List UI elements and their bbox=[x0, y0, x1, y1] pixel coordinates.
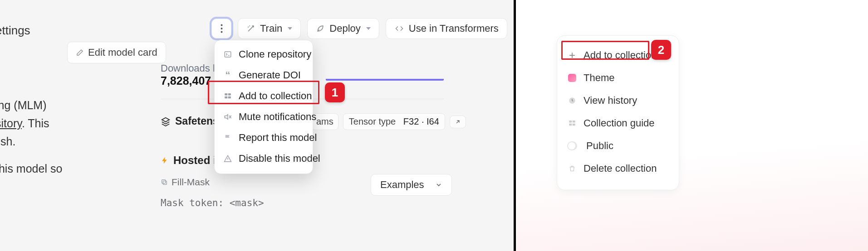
quote-icon: “ bbox=[223, 70, 233, 80]
pipeline-tag[interactable]: Fill-Mask bbox=[161, 177, 210, 188]
theme-action[interactable]: Theme bbox=[563, 67, 673, 89]
plus-icon: + bbox=[567, 50, 577, 60]
use-in-label: Use in Transformers bbox=[409, 23, 499, 34]
deploy-label: Deploy bbox=[329, 23, 360, 34]
svg-point-1 bbox=[221, 28, 222, 29]
menu-item-label: Disable this model bbox=[239, 153, 320, 164]
trash-icon bbox=[567, 164, 577, 174]
step-badge-1: 1 bbox=[325, 82, 345, 102]
deploy-button[interactable]: Deploy bbox=[307, 18, 379, 39]
view-history-action[interactable]: View history bbox=[563, 89, 673, 112]
mask-token-text: Mask token: <mask> bbox=[161, 198, 264, 208]
delete-collection-action[interactable]: Delete collection bbox=[563, 157, 673, 180]
theme-swatch-icon bbox=[567, 73, 577, 83]
svg-rect-3 bbox=[225, 52, 231, 57]
expand-pill[interactable] bbox=[450, 116, 466, 128]
public-toggle-row[interactable]: Public bbox=[563, 135, 673, 157]
copy-icon bbox=[161, 179, 168, 186]
train-label: Train bbox=[260, 23, 282, 34]
description-fragment: this model so bbox=[0, 162, 62, 175]
svg-rect-11 bbox=[569, 121, 572, 123]
wand-icon bbox=[246, 24, 255, 33]
caret-down-icon bbox=[288, 27, 292, 30]
menu-item-label: Collection guide bbox=[584, 117, 655, 129]
collection-guide-action[interactable]: Collection guide bbox=[563, 112, 673, 135]
svg-rect-5 bbox=[228, 93, 231, 96]
caret-down-icon bbox=[366, 27, 371, 30]
collection-menu-screenshot: + Add to collection Theme View history C… bbox=[516, 0, 868, 251]
description-fragment: lish. bbox=[0, 135, 15, 148]
clone-repository-item[interactable]: Clone repository bbox=[215, 44, 313, 65]
hosted-inference-title: Hosted in bbox=[161, 154, 223, 167]
edit-model-card-button[interactable]: Edit model card bbox=[67, 42, 166, 63]
chevron-down-icon bbox=[435, 181, 442, 188]
svg-rect-4 bbox=[225, 93, 227, 96]
menu-item-label: Theme bbox=[584, 72, 614, 84]
menu-item-label: View history bbox=[584, 95, 637, 106]
svg-rect-6 bbox=[225, 97, 227, 99]
bolt-icon bbox=[161, 155, 169, 165]
tensor-type-value: F32 · I64 bbox=[403, 116, 439, 126]
fill-mask-label: Fill-Mask bbox=[172, 177, 210, 188]
terminal-icon bbox=[223, 49, 233, 59]
top-action-row: Train Deploy Use in Transformers bbox=[211, 18, 507, 39]
tensor-pill-row: ams Tensor type F32 · I64 bbox=[311, 113, 466, 130]
downloads-value: 7,828,407 bbox=[161, 74, 211, 87]
menu-item-label: Add to collection bbox=[584, 49, 657, 61]
disable-model-item[interactable]: Disable this model bbox=[215, 148, 313, 169]
code-icon bbox=[394, 24, 404, 33]
report-model-item[interactable]: Report this model bbox=[215, 127, 313, 148]
tab-settings-cut[interactable]: ettings bbox=[0, 24, 30, 38]
rocket-icon bbox=[316, 24, 325, 33]
menu-item-label: Public bbox=[586, 140, 613, 152]
tensor-type-label: Tensor type bbox=[349, 116, 396, 126]
menu-item-label: Generate DOI bbox=[239, 69, 301, 81]
description-fragment: sitory. This bbox=[0, 117, 49, 130]
menu-item-label: Clone repository bbox=[239, 48, 311, 60]
menu-item-label: Report this model bbox=[239, 132, 317, 144]
mute-notifications-item[interactable]: Mute notifications bbox=[215, 106, 313, 127]
step-badge-2: 2 bbox=[651, 40, 671, 60]
svg-rect-13 bbox=[569, 124, 572, 126]
add-to-collection-item[interactable]: Add to collection bbox=[215, 86, 313, 106]
layers-icon bbox=[161, 116, 171, 126]
more-menu-button[interactable] bbox=[211, 19, 231, 39]
svg-point-2 bbox=[221, 31, 222, 33]
clock-icon bbox=[567, 96, 577, 106]
edit-model-card-label: Edit model card bbox=[88, 47, 157, 58]
sparkline-icon bbox=[326, 76, 444, 81]
menu-item-label: Delete collection bbox=[584, 163, 657, 174]
description-fragment: ing (MLM) bbox=[0, 99, 47, 112]
model-page-screenshot: ettings Edit model card ing (MLM) sitory… bbox=[0, 0, 516, 251]
svg-rect-8 bbox=[163, 181, 167, 184]
tensor-type-pill[interactable]: Tensor type F32 · I64 bbox=[343, 113, 445, 130]
svg-point-0 bbox=[221, 24, 222, 26]
flag-icon bbox=[223, 133, 233, 143]
mute-icon bbox=[223, 112, 233, 122]
svg-rect-12 bbox=[573, 121, 575, 123]
svg-rect-14 bbox=[573, 124, 575, 126]
pencil-icon bbox=[76, 48, 84, 57]
menu-item-label: Add to collection bbox=[239, 90, 312, 102]
generate-doi-item[interactable]: “ Generate DOI bbox=[215, 65, 313, 86]
dots-vertical-icon bbox=[221, 24, 223, 33]
examples-dropdown[interactable]: Examples bbox=[371, 174, 452, 196]
examples-label: Examples bbox=[380, 179, 424, 191]
train-button[interactable]: Train bbox=[238, 18, 301, 39]
svg-rect-7 bbox=[228, 97, 231, 99]
more-menu-dropdown: Clone repository “ Generate DOI Add to c… bbox=[214, 40, 313, 174]
arrow-expand-icon bbox=[455, 119, 461, 125]
collection-icon bbox=[223, 91, 233, 101]
warning-icon bbox=[223, 154, 233, 164]
menu-item-label: Mute notifications bbox=[239, 111, 316, 123]
use-in-transformers-button[interactable]: Use in Transformers bbox=[386, 18, 507, 39]
toggle-icon bbox=[567, 141, 577, 151]
grid-icon bbox=[567, 118, 577, 128]
svg-rect-9 bbox=[162, 180, 166, 183]
